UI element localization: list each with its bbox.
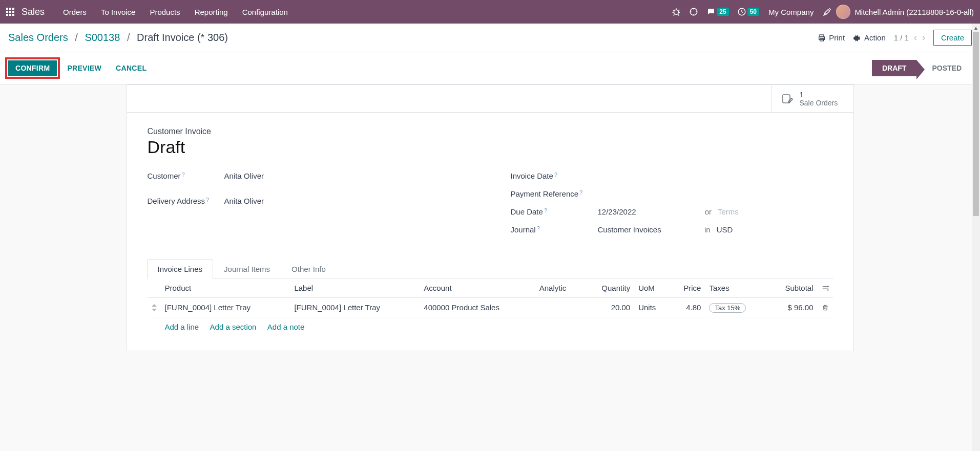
tab-invoice-lines[interactable]: Invoice Lines	[147, 259, 214, 278]
chat-icon[interactable]: 25	[706, 7, 728, 16]
cell-price[interactable]: 4.80	[670, 298, 705, 317]
clock-icon[interactable]: 50	[737, 7, 759, 16]
due-date-label: Due Date?	[511, 207, 598, 216]
top-nav: Sales Orders To Invoice Products Reporti…	[0, 0, 980, 24]
add-line-link[interactable]: Add a line	[165, 323, 199, 331]
status-posted[interactable]: POSTED	[916, 60, 972, 76]
avatar[interactable]	[836, 5, 850, 19]
print-button[interactable]: Print	[818, 33, 845, 42]
gear-icon	[853, 34, 861, 42]
col-label[interactable]: Label	[290, 278, 420, 298]
journal-label: Journal?	[511, 225, 598, 234]
confirm-highlight: CONFIRM	[5, 57, 60, 79]
breadcrumb-order[interactable]: S00138	[85, 32, 120, 43]
table-row[interactable]: [FURN_0004] Letter Tray [FURN_0004] Lett…	[148, 298, 833, 317]
invoice-lines-table: Product Label Account Analytic Quantity …	[148, 278, 833, 336]
cell-product[interactable]: [FURN_0004] Letter Tray	[161, 298, 290, 317]
control-bar: Sales Orders / S00138 / Draft Invoice (*…	[0, 24, 980, 52]
cell-uom[interactable]: Units	[634, 298, 670, 317]
add-note-link[interactable]: Add a note	[267, 323, 305, 331]
status-draft[interactable]: DRAFT	[872, 60, 916, 76]
form-sheet: 1 Sale Orders Customer Invoice Draft Cus…	[127, 84, 854, 351]
help-icon[interactable]: ?	[544, 207, 547, 213]
preview-button[interactable]: PREVIEW	[60, 60, 109, 76]
sale-orders-button-box[interactable]: 1 Sale Orders	[772, 85, 853, 112]
support-icon[interactable]	[689, 7, 698, 16]
breadcrumb: Sales Orders / S00138 / Draft Invoice (*…	[8, 32, 228, 44]
help-icon[interactable]: ?	[579, 189, 582, 196]
bug-icon[interactable]	[672, 7, 681, 16]
cell-subtotal: $ 96.00	[767, 298, 818, 317]
scroll-thumb[interactable]	[973, 32, 979, 216]
col-subtotal[interactable]: Subtotal	[767, 278, 818, 298]
tabs: Invoice Lines Journal Items Other Info	[147, 259, 833, 278]
document-type: Customer Invoice	[148, 127, 833, 136]
nav-products[interactable]: Products	[150, 8, 180, 16]
create-button[interactable]: Create	[933, 30, 972, 46]
invoice-date-label: Invoice Date?	[511, 171, 598, 180]
help-icon[interactable]: ?	[206, 197, 209, 203]
sale-orders-count: 1	[800, 90, 838, 99]
payment-reference-label: Payment Reference?	[511, 189, 598, 198]
help-icon[interactable]: ?	[537, 225, 540, 231]
col-analytic[interactable]: Analytic	[535, 278, 583, 298]
chat-badge: 25	[717, 8, 728, 16]
nav-configuration[interactable]: Configuration	[242, 8, 288, 16]
col-uom[interactable]: UoM	[634, 278, 670, 298]
sale-orders-label: Sale Orders	[800, 99, 838, 107]
help-icon[interactable]: ?	[182, 171, 185, 178]
delete-row-icon[interactable]	[818, 298, 833, 317]
scrollbar[interactable]: ▲	[972, 24, 980, 372]
breadcrumb-current: Draft Invoice (* 306)	[137, 32, 228, 43]
action-bar: CONFIRM PREVIEW CANCEL DRAFT POSTED	[0, 52, 980, 84]
help-icon[interactable]: ?	[554, 171, 557, 178]
cell-taxes[interactable]: Tax 15%	[705, 298, 767, 317]
tools-icon[interactable]	[823, 7, 832, 16]
cancel-button[interactable]: CANCEL	[109, 60, 154, 76]
svg-marker-7	[152, 304, 157, 307]
due-date-value[interactable]: 12/23/2022 or Terms	[598, 207, 833, 216]
delivery-address-value[interactable]: Anita Oliver	[224, 197, 470, 205]
action-button[interactable]: Action	[853, 33, 886, 42]
svg-marker-8	[152, 309, 157, 311]
cell-account[interactable]: 400000 Product Sales	[420, 298, 535, 317]
clock-badge: 50	[747, 8, 759, 16]
brand[interactable]: Sales	[22, 7, 45, 17]
add-section-link[interactable]: Add a section	[210, 323, 257, 331]
print-icon	[818, 34, 826, 42]
svg-point-0	[674, 10, 679, 14]
col-taxes[interactable]: Taxes	[705, 278, 767, 298]
status-bar: DRAFT POSTED	[872, 60, 972, 76]
customer-label: Customer?	[148, 171, 224, 180]
col-quantity[interactable]: Quantity	[583, 278, 634, 298]
cell-label[interactable]: [FURN_0004] Letter Tray	[290, 298, 420, 317]
scroll-up-icon[interactable]: ▲	[972, 24, 980, 32]
breadcrumb-sales-orders[interactable]: Sales Orders	[8, 32, 68, 43]
pager-next[interactable]: ›	[922, 32, 925, 43]
pager: 1 / 1 ‹ ›	[894, 32, 925, 43]
company-name[interactable]: My Company	[768, 8, 814, 16]
drag-handle-icon[interactable]	[148, 298, 161, 317]
document-title: Draft	[148, 137, 833, 157]
journal-value[interactable]: Customer Invoices in USD	[598, 225, 833, 234]
nav-to-invoice[interactable]: To Invoice	[101, 8, 136, 16]
col-account[interactable]: Account	[420, 278, 535, 298]
pencil-icon	[781, 93, 794, 105]
col-price[interactable]: Price	[670, 278, 705, 298]
pager-prev[interactable]: ‹	[914, 32, 917, 43]
nav-orders[interactable]: Orders	[63, 8, 87, 16]
delivery-address-label: Delivery Address?	[148, 197, 224, 205]
pager-text: 1 / 1	[894, 33, 909, 42]
tab-journal-items[interactable]: Journal Items	[213, 259, 281, 278]
cell-analytic[interactable]	[535, 298, 583, 317]
col-product[interactable]: Product	[161, 278, 290, 298]
nav-reporting[interactable]: Reporting	[195, 8, 228, 16]
cell-quantity[interactable]: 20.00	[583, 298, 634, 317]
confirm-button[interactable]: CONFIRM	[8, 60, 57, 76]
tab-other-info[interactable]: Other Info	[281, 259, 337, 278]
apps-icon[interactable]	[6, 8, 14, 16]
terms-placeholder[interactable]: Terms	[718, 207, 739, 216]
user-name[interactable]: Mitchell Admin (22118808-16-0-all)	[854, 8, 974, 16]
customer-value[interactable]: Anita Oliver	[224, 171, 470, 180]
columns-settings-icon[interactable]	[818, 278, 833, 298]
